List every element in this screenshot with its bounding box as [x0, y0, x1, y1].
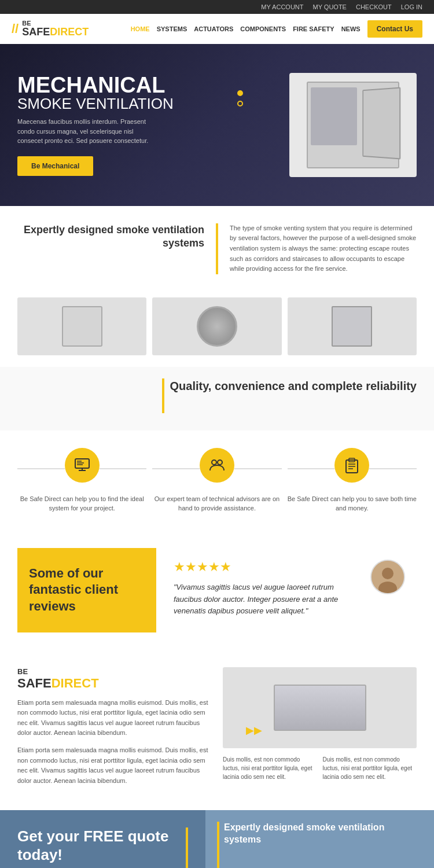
h-line-right-3: [369, 468, 417, 469]
team-icon: [208, 457, 226, 474]
h-line-right-2: [234, 468, 282, 469]
bottom-section: Get your FREE quote today! Call 0845 604…: [0, 810, 434, 868]
hero-content: MECHANICAL SMOKE VENTILATION Maecenas fa…: [17, 74, 217, 176]
product-image-1: [17, 297, 146, 355]
feature-text-3: Be Safe Direct can help you to save both…: [288, 494, 417, 513]
quality-yellow-bar: [162, 378, 164, 413]
nav-home[interactable]: HOME: [131, 25, 150, 32]
about-logo-be: BE SAFEDIRECT: [17, 667, 211, 691]
main-nav: HOME SYSTEMS ACTUATORS COMPONENTS FIRE S…: [131, 20, 422, 38]
reviews-heading: Some of our fantastic client reviews: [29, 565, 145, 615]
expertly-heading: Expertly designed smoke ventilation syst…: [17, 223, 204, 251]
about-left: BE SAFEDIRECT Etiam porta sem malesuada …: [17, 667, 211, 793]
feature-icon-3: [334, 448, 369, 483]
about-sub-texts: Duis mollis, est non commodo luctus, nis…: [223, 755, 417, 781]
my-quote-link[interactable]: MY QUOTE: [312, 3, 346, 10]
yellow-arrows: ▶▶: [246, 724, 262, 737]
feature-icon-wrapper-1: [17, 448, 146, 490]
about-direct-text: DIRECT: [52, 676, 99, 690]
quality-section: Quality, convenience and complete reliab…: [0, 367, 434, 431]
my-account-link[interactable]: MY ACCOUNT: [261, 3, 303, 10]
product-box: [62, 306, 102, 347]
review-body: ★★★★★ "Vivamus sagittis lacus vel augue …: [174, 560, 359, 617]
cabinet-body: [307, 82, 399, 168]
about-be-text: BE: [17, 667, 28, 676]
contact-us-button[interactable]: Contact Us: [367, 20, 422, 38]
logo: // BE SAFEDIRECT: [12, 20, 89, 38]
h-line-right-1: [100, 468, 147, 469]
feature-3: Be Safe Direct can help you to save both…: [288, 448, 417, 513]
logo-safe: SAFE: [22, 26, 50, 38]
cabinet-image: [289, 73, 417, 177]
hero-section: MECHANICAL SMOKE VENTILATION Maecenas fa…: [0, 44, 434, 206]
nav-fire-safety[interactable]: FIRE SAFETY: [293, 25, 334, 32]
quote-text-block: Get your FREE quote today!: [17, 827, 180, 863]
be-mechanical-button[interactable]: Be Mechanical: [17, 156, 93, 176]
about-para-2: Etiam porta sem malesuada magna mollis e…: [17, 745, 211, 786]
review-quote: "Vivamus sagittis lacus vel augue laoree…: [174, 582, 359, 617]
quote-heading: Get your FREE quote today!: [17, 827, 180, 863]
about-logo: BE SAFEDIRECT: [17, 667, 211, 691]
about-section: BE SAFEDIRECT Etiam porta sem malesuada …: [0, 650, 434, 811]
smoke-yellow-bar: [217, 822, 219, 868]
reviews-left-panel: Some of our fantastic client reviews: [17, 548, 156, 632]
product-vent-image: [274, 685, 366, 731]
svg-point-6: [212, 460, 216, 465]
expertly-heading-block: Expertly designed smoke ventilation syst…: [17, 223, 204, 274]
nav-components[interactable]: COMPONENTS: [240, 25, 286, 32]
hero-dots: [237, 90, 243, 106]
about-sub-1: Duis mollis, est non commodo luctus, nis…: [223, 755, 317, 781]
dot-empty: [237, 101, 243, 106]
hero-description: Maecenas faucibus mollis interdum. Praes…: [17, 117, 156, 146]
logo-text: BE SAFEDIRECT: [22, 20, 89, 38]
yellow-divider: [216, 223, 218, 274]
about-safe-text: SAFE: [17, 676, 52, 690]
feature-icon-2: [200, 448, 234, 483]
cabinet-circuits: [311, 87, 357, 145]
expertly-section: Expertly designed smoke ventilation syst…: [0, 206, 434, 292]
top-bar: MY ACCOUNT MY QUOTE CHECKOUT LOG IN: [0, 0, 434, 14]
quality-content: Quality, convenience and complete reliab…: [162, 378, 417, 413]
smoke-showcase-heading: Expertly designed smoke ventilation syst…: [224, 822, 422, 846]
feature-icon-wrapper-3: [288, 448, 417, 490]
header: // BE SAFEDIRECT HOME SYSTEMS ACTUATORS …: [0, 14, 434, 44]
about-right: ▶▶ Duis mollis, est non commodo luctus, …: [223, 667, 417, 793]
h-line-left-2: [152, 468, 200, 469]
logo-direct: DIRECT: [50, 26, 89, 38]
quote-panel: Get your FREE quote today!: [0, 810, 205, 868]
cabinet-door: [362, 87, 400, 159]
nav-systems[interactable]: SYSTEMS: [157, 25, 187, 32]
about-para-1: Etiam porta sem malesuada magna mollis e…: [17, 698, 211, 738]
logo-slashes: //: [12, 21, 19, 36]
feature-text-1: Be Safe Direct can help you to find the …: [17, 494, 146, 513]
product-panel: [332, 306, 372, 347]
reviews-section: Some of our fantastic client reviews ★★★…: [0, 531, 434, 650]
dot-filled: [237, 90, 243, 96]
about-sub-2: Duis mollis, est non commodo luctus, nis…: [323, 755, 417, 781]
checkout-link[interactable]: CHECKOUT: [356, 3, 392, 10]
quote-yellow-bar: [186, 827, 188, 868]
h-line-left-3: [288, 468, 335, 469]
product-showcase: ▶▶: [223, 667, 417, 748]
h-line-left-1: [17, 468, 65, 469]
reviews-right-panel: ★★★★★ "Vivamus sagittis lacus vel augue …: [156, 548, 417, 632]
products-row: [0, 292, 434, 367]
feature-text-2: Our expert team of technical advisors ar…: [152, 494, 281, 513]
quality-heading: Quality, convenience and complete reliab…: [170, 378, 417, 393]
feature-icon-wrapper-2: [152, 448, 281, 490]
nav-actuators[interactable]: ACTUATORS: [194, 25, 233, 32]
feature-1: Be Safe Direct can help you to find the …: [17, 448, 146, 513]
quote-contact: Get your FREE quote today! Call 0845 604…: [0, 810, 205, 868]
hero-title: MECHANICAL SMOKE VENTILATION: [17, 74, 217, 111]
hero-image: [217, 73, 417, 177]
clipboard-icon: [343, 457, 361, 474]
stars: ★★★★★: [174, 560, 359, 575]
feature-icon-1: [65, 448, 100, 483]
svg-rect-0: [75, 459, 89, 468]
expertly-body: The type of smoke venting system that yo…: [230, 223, 417, 274]
nav-news[interactable]: NEWS: [341, 25, 361, 32]
product-fan: [197, 306, 237, 347]
login-link[interactable]: LOG IN: [401, 3, 422, 10]
review-inner: ★★★★★ "Vivamus sagittis lacus vel augue …: [174, 560, 405, 617]
reviewer-avatar: [370, 560, 405, 594]
